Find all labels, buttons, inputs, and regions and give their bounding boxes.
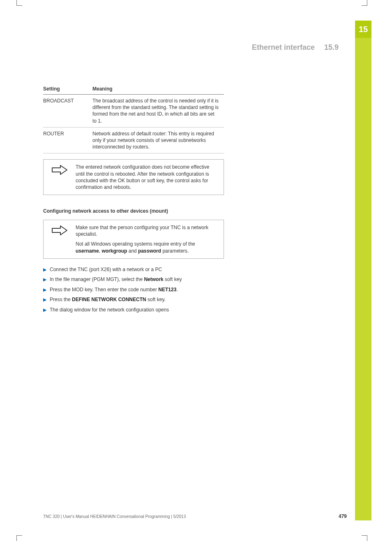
chapter-tab: 15 [355, 21, 371, 38]
setting-meaning: Network address of default router: This … [92, 127, 224, 153]
running-head-title: Ethernet interface [252, 43, 315, 51]
table-header: Setting [43, 84, 92, 95]
arrow-right-icon [51, 165, 68, 175]
bullet-icon: ▶ [43, 296, 46, 303]
bullet-icon: ▶ [43, 286, 46, 293]
table-header: Meaning [92, 84, 224, 95]
side-stripe [355, 38, 371, 520]
setting-meaning: The broadcast address of the control is … [92, 95, 224, 128]
bullet-icon: ▶ [43, 266, 46, 273]
crop-mark [16, 0, 22, 6]
footer-text: TNC 320 | User's Manual HEIDENHAIN Conve… [43, 514, 186, 519]
note-callout: The entered network configuration does n… [43, 159, 224, 195]
table-row: ROUTER Network address of default router… [43, 127, 224, 153]
setting-name: BROADCAST [43, 95, 92, 128]
table-row: BROADCAST The broadcast address of the c… [43, 95, 224, 128]
note-text: Make sure that the person configuring yo… [76, 224, 219, 237]
page-footer: TNC 320 | User's Manual HEIDENHAIN Conve… [43, 513, 347, 519]
tnc-screenshot: Program run full sequence Table editing … [230, 231, 351, 318]
crop-mark [16, 535, 22, 541]
settings-table: Setting Meaning BROADCAST The broadcast … [43, 84, 224, 153]
crop-mark [362, 535, 367, 541]
setting-name: ROUTER [43, 127, 92, 153]
note-text: Not all Windows operating systems requir… [76, 241, 219, 254]
bullet-icon: ▶ [43, 306, 46, 313]
running-head: Ethernet interface 15.9 [252, 43, 339, 52]
section-heading: Configuring network access to other devi… [43, 208, 347, 214]
crop-mark [362, 0, 367, 6]
note-text: The entered network configuration does n… [76, 164, 219, 190]
page-number: 479 [339, 513, 347, 519]
note-callout: Make sure that the person configuring yo… [43, 220, 224, 259]
arrow-right-icon [51, 225, 68, 236]
bullet-icon: ▶ [43, 276, 46, 283]
running-head-number: 15.9 [324, 43, 339, 51]
